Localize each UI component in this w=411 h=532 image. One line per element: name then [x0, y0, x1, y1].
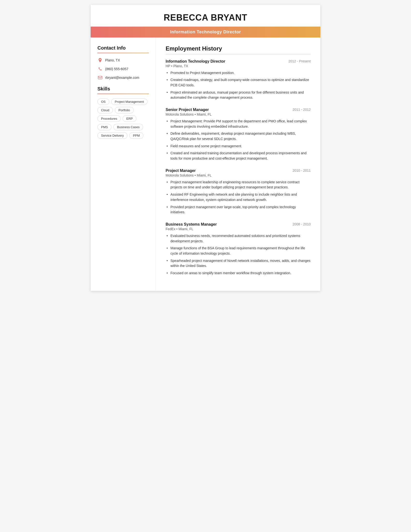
job-bullet: Manage functions of the BSA Group to lea…	[166, 246, 311, 256]
employment-divider	[166, 54, 311, 54]
job-dates: 2012 - Present	[289, 59, 311, 63]
skill-tag: OS	[97, 98, 109, 105]
job-bullet: Promoted to Project Management position.	[166, 70, 311, 76]
candidate-name: REBECCA BRYANT	[100, 13, 311, 23]
job-title: Business Systems Manager	[166, 222, 217, 227]
job-block: Project Manager2010 - 2011Motorola Solut…	[166, 169, 311, 215]
skills-tags-container: OSProject ManagementCloudPortfolioProced…	[97, 98, 149, 139]
jobs-list: Information Technology Director2012 - Pr…	[166, 59, 311, 276]
job-company: Motorola Solutions • Miami, FL	[166, 113, 311, 116]
contact-email: rbryant@example.com	[97, 75, 149, 80]
skills-section: Skills OSProject ManagementCloudPortfoli…	[97, 86, 149, 139]
skill-tag: PMS	[97, 124, 112, 130]
job-block: Senior Project Manager2011 - 2012Motorol…	[166, 108, 311, 161]
job-bullet: Project Management: Provide PM support t…	[166, 119, 311, 129]
job-block: Business Systems Manager2008 - 2010FedEx…	[166, 222, 311, 276]
svg-rect-0	[98, 76, 102, 79]
job-bullet: Created and maintained training document…	[166, 151, 311, 161]
job-company: Motorola Solutions • Miami, FL	[166, 173, 311, 177]
job-dates: 2011 - 2012	[292, 108, 311, 112]
skill-tag: ERP	[122, 115, 136, 122]
job-bullet: Project eliminated an arduous, manual pa…	[166, 90, 311, 100]
job-bullet: Field measures and some project manageme…	[166, 144, 311, 149]
skill-tag: Project Management	[111, 98, 148, 105]
email-text: rbryant@example.com	[105, 76, 139, 80]
location-icon	[97, 57, 103, 63]
employment-title: Employment History	[166, 45, 311, 52]
job-header: Business Systems Manager2008 - 2010	[166, 222, 311, 227]
contact-divider	[97, 53, 149, 53]
skills-section-title: Skills	[97, 86, 149, 92]
contact-phone: (860) 555-6057	[97, 66, 149, 72]
job-bullet: Focused on areas to simplify team member…	[166, 271, 311, 276]
job-title: Information Technology Director	[166, 59, 225, 64]
job-block: Information Technology Director2012 - Pr…	[166, 59, 311, 100]
location-text: Plano, TX	[105, 58, 120, 62]
job-title: Senior Project Manager	[166, 108, 209, 112]
job-bullet: Assisted RF Engineering with network and…	[166, 192, 311, 202]
job-company: HP • Plano, TX	[166, 64, 311, 68]
skill-tag: Business Cases	[113, 124, 143, 130]
skills-divider	[97, 94, 149, 94]
contact-location: Plano, TX	[97, 57, 149, 63]
job-header: Senior Project Manager2011 - 2012	[166, 108, 311, 112]
job-bullet: Project management leadership of enginee…	[166, 180, 311, 190]
sidebar: Contact Info Plano, TX	[91, 38, 156, 291]
job-bullet: Created roadmaps, strategy, and built co…	[166, 77, 311, 88]
job-header: Information Technology Director2012 - Pr…	[166, 59, 311, 64]
main-content: Employment History Information Technolog…	[156, 38, 320, 291]
resume-body: Contact Info Plano, TX	[91, 38, 320, 291]
phone-icon	[97, 66, 103, 72]
phone-text: (860) 555-6057	[105, 67, 128, 71]
job-company: FedEx • Miami, FL	[166, 227, 311, 231]
job-bullet: Evaluated business needs, recommended au…	[166, 233, 311, 244]
title-bar: Information Technology Director	[91, 27, 320, 38]
job-dates: 2008 - 2010	[292, 222, 311, 226]
skill-tag: Cloud	[97, 107, 113, 114]
skill-tag: Portfolio	[115, 107, 134, 114]
job-bullet: Spearheaded project management of Novell…	[166, 258, 311, 269]
email-icon	[97, 75, 103, 80]
contact-section-title: Contact Info	[97, 45, 149, 51]
skill-tag: PPM	[129, 132, 143, 139]
job-header: Project Manager2010 - 2011	[166, 169, 311, 173]
job-bullet: Provided project management over large-s…	[166, 205, 311, 215]
resume-header: REBECCA BRYANT	[91, 5, 320, 23]
job-dates: 2010 - 2011	[292, 169, 311, 172]
job-title: Project Manager	[166, 169, 196, 173]
contact-section: Contact Info Plano, TX	[97, 45, 149, 80]
resume-document: REBECCA BRYANT Information Technology Di…	[91, 5, 320, 291]
job-title-header: Information Technology Director	[170, 29, 241, 34]
skill-tag: Service Delivery	[97, 132, 127, 139]
skill-tag: Procedures	[97, 115, 121, 122]
job-bullet: Define deliverables, requirement, develo…	[166, 131, 311, 142]
